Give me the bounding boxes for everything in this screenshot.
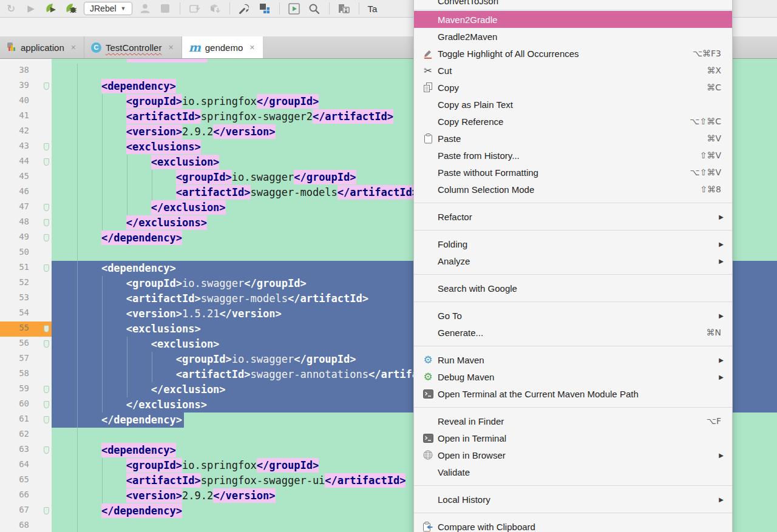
menu-item-go-to[interactable]: Go To▶ (414, 307, 732, 324)
menu-item-copy-as-plain-text[interactable]: Copy as Plain Text (414, 96, 732, 113)
gutter[interactable]: 65 (0, 473, 52, 488)
menu-item-open-in-browser[interactable]: Open in Browser▶ (414, 446, 732, 463)
menu-item-label: Open in Terminal (436, 433, 724, 443)
menu-item-analyze[interactable]: Analyze▶ (414, 252, 732, 269)
gutter[interactable]: 40 (0, 94, 52, 109)
profile-icon[interactable] (138, 1, 152, 16)
coverage-blocks-icon[interactable] (257, 1, 272, 16)
menu-item-reveal-in-finder[interactable]: Reveal in Finder⌥F (414, 412, 732, 429)
update-app-icon[interactable] (188, 1, 202, 16)
menu-item-folding[interactable]: Folding▶ (414, 235, 732, 252)
search-icon[interactable] (307, 1, 322, 16)
jrebel-debug-icon[interactable] (64, 1, 78, 16)
compare-clipboard-icon (420, 522, 436, 532)
gutter-marker-icon[interactable] (44, 158, 49, 166)
gutter[interactable]: 45 (0, 170, 52, 185)
jrebel-dropdown[interactable]: JRebel ▼ (84, 2, 132, 15)
gutter[interactable]: 59 (0, 382, 52, 397)
menu-item-local-history[interactable]: Local History▶ (414, 491, 732, 508)
gutter[interactable]: 62 (0, 428, 52, 443)
gutter[interactable]: 39 (0, 79, 52, 94)
menu-item-open-in-terminal[interactable]: Open in Terminal (414, 429, 732, 446)
menu-item-column-selection-mode[interactable]: Column Selection Mode⇧⌘8 (414, 181, 732, 198)
deploy-save-icon[interactable] (337, 1, 351, 16)
gutter-marker-icon[interactable] (44, 416, 49, 423)
tab-application[interactable]: application × (0, 36, 84, 58)
gutter[interactable]: 53 (0, 291, 52, 306)
gutter[interactable]: 54 (0, 306, 52, 322)
indent-guide (102, 458, 103, 503)
menu-item-converttojson[interactable]: ConvertToJson (414, 0, 732, 9)
menu-item-copy[interactable]: Copy⌘C (414, 79, 732, 96)
menu-item-cut[interactable]: ✂Cut⌘X (414, 62, 732, 79)
gutter[interactable]: 46 (0, 185, 52, 200)
gutter-marker-icon[interactable] (44, 507, 49, 514)
gutter[interactable]: 41 (0, 109, 52, 124)
menu-item-refactor[interactable]: Refactor▶ (414, 208, 732, 225)
wrench-icon[interactable] (237, 1, 252, 16)
gutter[interactable]: 47 (0, 200, 52, 215)
gutter[interactable]: 50 (0, 246, 52, 261)
gutter[interactable]: 49 (0, 231, 52, 246)
menu-shortcut: ⌥⇧⌘V (690, 167, 724, 177)
gutter-marker-icon[interactable] (44, 446, 49, 454)
gutter[interactable]: 38 (0, 64, 52, 79)
rerun-icon[interactable]: ↻ (4, 1, 18, 16)
gutter[interactable]: 42 (0, 124, 52, 140)
menu-item-generate[interactable]: Generate...⌘N (414, 324, 732, 341)
gutter-marker-icon[interactable] (44, 219, 49, 226)
gutter-current-line[interactable]: 55 (0, 322, 52, 337)
line-number: 65 (19, 474, 29, 484)
gutter[interactable]: 57 (0, 352, 52, 367)
gutter[interactable]: 68 (0, 519, 52, 532)
gutter[interactable]: 66 (0, 488, 52, 503)
gutter-marker-icon[interactable] (44, 264, 49, 272)
close-icon[interactable]: × (249, 42, 254, 52)
close-icon[interactable]: × (168, 42, 173, 52)
gutter-marker-icon[interactable] (44, 340, 49, 348)
gutter[interactable]: 56 (0, 337, 52, 352)
stop-icon[interactable] (158, 1, 172, 16)
menu-item-paste-from-history[interactable]: Paste from History...⇧⌘V (414, 147, 732, 164)
gutter-marker-icon[interactable] (44, 143, 49, 150)
gutter[interactable]: 52 (0, 276, 52, 291)
menu-item-debug-maven[interactable]: ⚙Debug Maven▶ (414, 368, 732, 385)
tab-testcontroller[interactable]: C TestController × (84, 36, 182, 58)
menu-item-run-maven[interactable]: ⚙Run Maven▶ (414, 351, 732, 368)
menu-item-copy-reference[interactable]: Copy Reference⌥⇧⌘C (414, 113, 732, 130)
gutter[interactable]: 44 (0, 155, 52, 170)
gutter[interactable]: 48 (0, 215, 52, 231)
gutter[interactable]: 51 (0, 261, 52, 276)
gutter-marker-icon[interactable] (44, 386, 49, 393)
copy-icon (420, 82, 436, 93)
tab-label: gendemo (205, 42, 243, 53)
gutter-marker-icon[interactable] (44, 325, 49, 332)
gutter[interactable]: 67 (0, 503, 52, 519)
menu-item-validate[interactable]: Validate (414, 463, 732, 480)
menu-item-maven2gradle[interactable]: Maven2Gradle (414, 11, 732, 28)
gutter-marker-icon[interactable] (44, 82, 49, 90)
menu-item-paste-without-formatting[interactable]: Paste without Formatting⌥⇧⌘V (414, 164, 732, 181)
run-icon[interactable]: ▶ (24, 1, 38, 16)
menu-item-label: Paste from History... (436, 150, 700, 161)
update-classes-icon[interactable] (208, 1, 222, 16)
menu-item-compare-with-clipboard[interactable]: Compare with Clipboard (414, 518, 732, 532)
run-window-icon[interactable] (287, 1, 302, 16)
gutter[interactable]: 58 (0, 367, 52, 382)
gutter[interactable]: 60 (0, 397, 52, 412)
jrebel-run-icon[interactable] (44, 1, 58, 16)
gutter-marker-icon[interactable] (44, 401, 49, 408)
menu-item-toggle-highlight-of-all-occurrences[interactable]: Toggle Highlight of All Occurrences⌥⌘F3 (414, 45, 732, 62)
menu-item-search-with-google[interactable]: Search with Google (414, 280, 732, 297)
close-icon[interactable]: × (71, 42, 76, 52)
menu-item-gradle2maven[interactable]: Gradle2Maven (414, 28, 732, 45)
menu-item-paste[interactable]: Paste⌘V (414, 130, 732, 147)
menu-item-open-terminal-at-the-current-maven-module-path[interactable]: Open Terminal at the Current Maven Modul… (414, 385, 732, 402)
gutter[interactable]: 64 (0, 458, 52, 473)
gutter[interactable]: 43 (0, 140, 52, 155)
gutter[interactable]: 63 (0, 443, 52, 458)
gutter[interactable]: 61 (0, 412, 52, 428)
gutter-marker-icon[interactable] (44, 234, 49, 241)
gutter-marker-icon[interactable] (44, 204, 49, 211)
tab-gendemo[interactable]: m gendemo × (182, 36, 263, 58)
